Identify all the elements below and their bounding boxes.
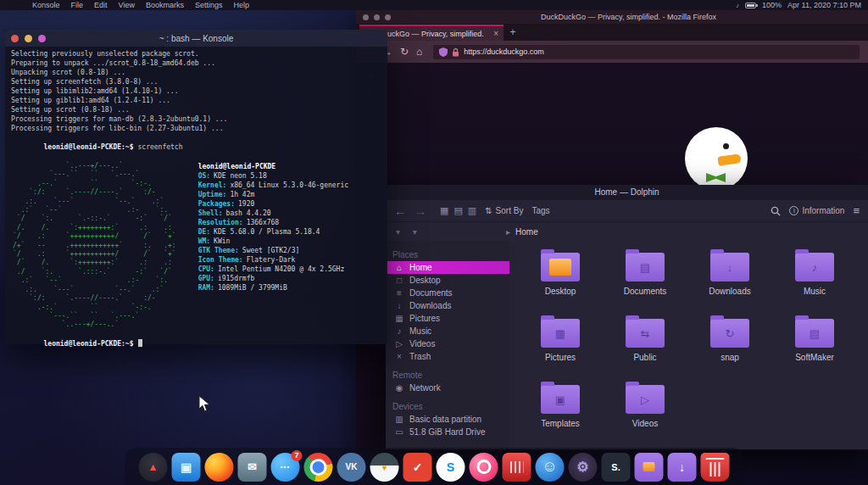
camera-dock-icon[interactable] (470, 453, 498, 482)
downloads-folder[interactable]: Downloads (687, 248, 772, 312)
minimize-button[interactable] (25, 35, 32, 42)
dolphin-titlebar[interactable]: Home — Dolphin (386, 185, 868, 200)
penguin-messenger-dock-icon[interactable] (370, 453, 399, 482)
lock-icon (452, 47, 459, 57)
public-folder[interactable]: Public (603, 314, 687, 378)
forward-icon[interactable]: → (415, 205, 426, 217)
clock[interactable]: Apr 11, 2020 7:10 PM (787, 1, 861, 9)
network-place[interactable]: Network (386, 382, 509, 394)
home-place[interactable]: Home (386, 261, 509, 274)
terminal-line: Preparing to unpack .../scrot_0.8-18_amd… (11, 59, 381, 68)
videos-folder[interactable]: Videos (603, 380, 687, 444)
pictures-folder[interactable]: Pictures (518, 314, 603, 378)
edit-menu[interactable]: Edit (94, 1, 108, 9)
compact-view-icon[interactable]: ▤ (453, 205, 462, 216)
terminal-line: Processing triggers for libc-bin (2.27-3… (11, 124, 381, 133)
system-settings-dock-icon[interactable] (569, 453, 598, 482)
desktop-place[interactable]: Desktop (386, 274, 509, 287)
details-view-icon[interactable]: ▥ (468, 205, 476, 216)
new-tab-button[interactable]: + (504, 25, 522, 41)
shell-prompt: leonid@leonid-PCKDE:~$ (44, 340, 134, 348)
hamburger-menu-icon[interactable]: ≡ (853, 204, 860, 217)
close-tab-icon[interactable]: × (493, 29, 498, 38)
tracking-shield-icon[interactable] (439, 47, 448, 57)
icons-view-icon[interactable]: ▦ (440, 205, 448, 216)
tags-button[interactable]: Tags (531, 206, 549, 215)
folder-icon (710, 319, 749, 348)
documents-place[interactable]: Documents (386, 287, 509, 299)
url-bar[interactable]: https://duckduckgo.com (433, 45, 860, 59)
pictures-place[interactable]: Pictures (386, 312, 509, 325)
breadcrumb[interactable]: ▸ Home (506, 227, 538, 237)
smiley-chat-dock-icon[interactable] (536, 453, 565, 482)
sort-by-button[interactable]: ⇅ Sort By (485, 206, 523, 215)
bookmarks-menu[interactable]: Bookmarks (146, 1, 184, 9)
view-menu[interactable]: View (119, 1, 135, 9)
trash-dock-icon[interactable] (701, 453, 730, 482)
information-panel-button[interactable]: i Information (789, 206, 844, 215)
close-button[interactable] (11, 35, 19, 42)
home-icon[interactable]: ⌂ (416, 47, 422, 57)
todoist-dock-icon[interactable] (403, 453, 432, 482)
firefox-titlebar[interactable]: DuckDuckGo — Privacy, simplified. - Mozi… (356, 10, 868, 24)
konsole-titlebar[interactable]: ~ : bash — Konsole (5, 30, 387, 47)
chevron-down-icon[interactable]: ▾ (413, 227, 422, 237)
templates-folder[interactable]: Templates (518, 380, 603, 444)
konsole-window: ~ : bash — Konsole Selecting previously … (5, 30, 387, 344)
search-icon[interactable] (771, 206, 781, 216)
terminal[interactable]: Selecting previously unselected package … (5, 47, 387, 360)
window-button-icon[interactable] (374, 14, 380, 20)
duck-bowtie (706, 173, 726, 182)
folder-glyph-icon (795, 253, 834, 282)
downloads-place[interactable]: Downloads (386, 299, 509, 312)
folder-glyph-icon (541, 385, 580, 414)
maximize-button[interactable] (38, 35, 46, 42)
folder-icon (541, 253, 580, 282)
back-icon[interactable]: ← (394, 205, 406, 217)
51-8-gib-hard-drive-place[interactable]: 51.8 GiB Hard Drive (386, 426, 509, 438)
battery-icon[interactable] (745, 3, 756, 8)
folder-label: Music (804, 287, 826, 296)
place-icon (394, 276, 404, 285)
breadcrumb-home[interactable]: Home (515, 227, 538, 237)
konsole-menu[interactable]: Konsole (32, 1, 60, 9)
sysinfo-row: Shell:bash 4.4.20 (198, 209, 348, 218)
vk-dock-icon[interactable]: VK (337, 453, 366, 482)
firefox-navbar: ← → ↻ ⌂ https://duckduckgo.com (356, 41, 868, 63)
skype-dock-icon[interactable]: S (437, 453, 465, 482)
videos-place[interactable]: Videos (386, 337, 509, 350)
volume-icon[interactable]: ♪ (736, 2, 739, 9)
sysinfo-rows: OS:KDE neon 5.18 Kernel:x86_64 Linux 5.3… (198, 171, 348, 293)
softmaker-folder[interactable]: SoftMaker (772, 314, 857, 378)
chrome-dock-icon[interactable] (304, 453, 333, 482)
purple-folder-dock-icon[interactable] (635, 453, 664, 482)
window-button-icon[interactable] (363, 14, 369, 20)
window-button-icon[interactable] (385, 14, 391, 20)
help-menu[interactable]: Help (233, 1, 249, 9)
reload-icon[interactable]: ↻ (400, 47, 409, 57)
trash-place[interactable]: Trash (386, 350, 509, 363)
softmaker-dock-icon[interactable]: S. (602, 453, 631, 482)
red-package-dock-icon[interactable] (503, 453, 531, 482)
desktop-folder[interactable]: Desktop (518, 248, 603, 312)
firefox-dock-icon[interactable] (205, 453, 234, 482)
documents-folder[interactable]: Documents (603, 248, 687, 312)
mouse-cursor (198, 395, 212, 412)
dock: 7 VK S (125, 448, 743, 485)
mail-dock-icon[interactable] (238, 453, 267, 482)
music-place[interactable]: Music (386, 325, 509, 337)
basic-data-partition-place[interactable]: Basic data partition (386, 413, 509, 426)
breadcrumb-row: ▾ ▾ ▸ Home (386, 222, 868, 241)
purple-downloads-dock-icon[interactable] (668, 453, 697, 482)
file-menu[interactable]: File (71, 1, 84, 9)
snap-folder[interactable]: snap (687, 314, 772, 378)
information-label: Information (802, 206, 844, 215)
chevron-down-icon[interactable]: ▾ (396, 227, 405, 237)
settings-menu[interactable]: Settings (195, 1, 223, 9)
view-mode-buttons: ▦ ▤ ▥ (440, 205, 476, 216)
app-launcher-dock-icon[interactable] (139, 453, 168, 482)
messages-dock-icon[interactable]: 7 (271, 453, 300, 482)
music-folder[interactable]: Music (772, 248, 857, 312)
place-icon (394, 339, 404, 348)
file-manager-dock-icon[interactable] (172, 453, 201, 482)
